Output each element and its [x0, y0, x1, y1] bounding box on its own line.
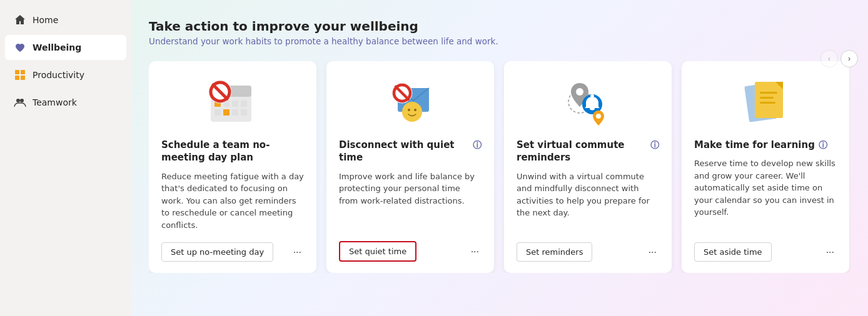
next-arrow[interactable]: ›: [840, 50, 858, 67]
svg-point-5: [20, 99, 24, 102]
no-meeting-more-button[interactable]: ···: [291, 244, 304, 260]
svg-point-23: [402, 102, 422, 122]
card-commute: Set virtual commute reminders ⓘ Unwind w…: [504, 61, 672, 273]
card-quiet-time-image: [339, 74, 482, 130]
commute-action-button[interactable]: Set reminders: [517, 242, 592, 262]
no-meeting-action-button[interactable]: Set up no-meeting day: [161, 242, 273, 262]
card-learning-footer: Set aside time ···: [694, 242, 837, 262]
wellbeing-icon: [14, 41, 26, 54]
card-no-meeting-image: [161, 74, 304, 130]
card-no-meeting: Schedule a team no-meeting day plan Redu…: [149, 61, 316, 273]
next-arrow-icon: ›: [848, 54, 850, 63]
svg-rect-0: [15, 70, 19, 74]
prev-arrow-icon: ‹: [828, 54, 830, 63]
card-commute-description: Unwind with a virtual commute and mindfu…: [517, 170, 659, 232]
sidebar-item-wellbeing-label: Wellbeing: [33, 42, 81, 52]
card-quiet-time-title: Disconnect with quiet time ⓘ: [339, 139, 482, 164]
svg-rect-2: [15, 76, 19, 80]
svg-rect-36: [760, 102, 775, 104]
nav-arrows: ‹ ›: [820, 50, 858, 67]
prev-arrow[interactable]: ‹: [820, 50, 838, 67]
page-title: Take action to improve your wellbeing: [149, 19, 850, 34]
svg-rect-10: [232, 101, 238, 107]
svg-rect-14: [232, 109, 238, 116]
card-quiet-time-footer: Set quiet time ···: [339, 241, 482, 262]
teamwork-icon: [14, 96, 26, 109]
card-learning-description: Reserve time to develop new skills and g…: [694, 157, 837, 231]
svg-point-25: [414, 109, 416, 111]
cards-container: Schedule a team no-meeting day plan Redu…: [149, 61, 850, 273]
svg-rect-11: [241, 101, 247, 107]
svg-rect-12: [214, 109, 221, 116]
svg-rect-33: [755, 82, 783, 118]
svg-point-24: [408, 109, 410, 111]
sidebar-item-wellbeing[interactable]: Wellbeing: [5, 35, 126, 60]
home-icon: [14, 14, 26, 26]
quiet-time-action-button[interactable]: Set quiet time: [339, 241, 416, 262]
svg-point-4: [16, 99, 20, 102]
card-no-meeting-description: Reduce meeting fatigue with a day that's…: [161, 170, 304, 232]
learning-info-icon: ⓘ: [819, 139, 827, 151]
sidebar-item-teamwork-label: Teamwork: [33, 97, 77, 107]
card-quiet-time-description: Improve work and life balance by protect…: [339, 170, 482, 230]
sidebar-item-productivity[interactable]: Productivity: [5, 62, 126, 87]
main-content: Take action to improve your wellbeing Un…: [131, 0, 868, 316]
sidebar-item-teamwork[interactable]: Teamwork: [5, 90, 126, 115]
card-no-meeting-title: Schedule a team no-meeting day plan: [161, 139, 304, 164]
svg-rect-15: [241, 109, 247, 116]
card-learning-title: Make time for learning ⓘ: [694, 139, 837, 151]
card-learning: Make time for learning ⓘ Reserve time to…: [682, 61, 849, 273]
productivity-icon: [14, 69, 26, 81]
sidebar: Home Wellbeing Productivity: [0, 0, 131, 316]
sidebar-item-home-label: Home: [33, 15, 58, 25]
quiet-time-more-button[interactable]: ···: [468, 244, 482, 260]
svg-point-31: [596, 114, 601, 119]
sidebar-item-home[interactable]: Home: [5, 7, 126, 32]
learning-more-button[interactable]: ···: [824, 244, 837, 260]
commute-info-icon: ⓘ: [650, 139, 659, 151]
card-commute-title: Set virtual commute reminders ⓘ: [517, 139, 659, 164]
card-quiet-time: Disconnect with quiet time ⓘ Improve wor…: [326, 61, 494, 273]
svg-rect-3: [21, 76, 25, 80]
commute-more-button[interactable]: ···: [646, 244, 659, 260]
quiet-time-info-icon: ⓘ: [473, 139, 482, 151]
page-subtitle: Understand your work habits to promote a…: [149, 36, 850, 46]
svg-point-30: [590, 107, 595, 111]
svg-rect-1: [21, 70, 25, 74]
svg-point-27: [576, 88, 583, 96]
card-learning-image: [694, 74, 837, 130]
learning-action-button[interactable]: Set aside time: [694, 242, 772, 262]
card-commute-footer: Set reminders ···: [517, 242, 659, 262]
svg-rect-13: [223, 109, 230, 116]
svg-rect-34: [760, 92, 777, 94]
sidebar-item-productivity-label: Productivity: [33, 70, 84, 80]
svg-rect-35: [760, 97, 774, 99]
card-commute-image: [517, 74, 659, 130]
svg-rect-29: [590, 94, 594, 97]
card-no-meeting-footer: Set up no-meeting day ···: [161, 242, 304, 262]
